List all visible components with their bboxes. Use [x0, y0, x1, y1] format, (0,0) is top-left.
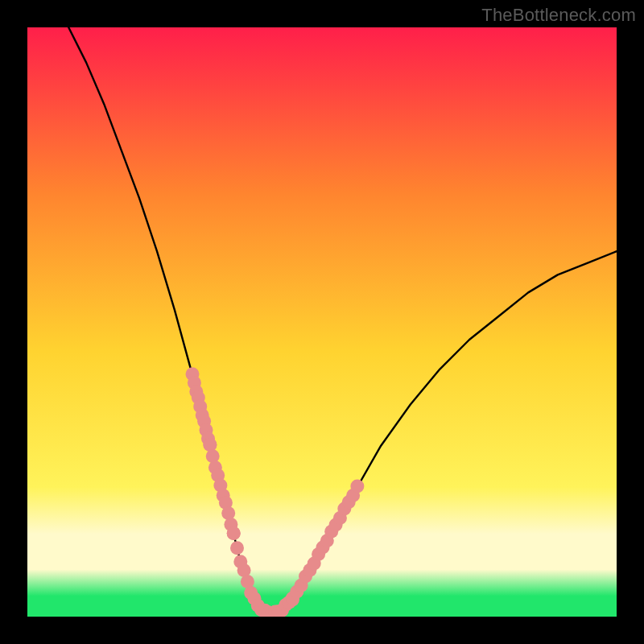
curve-dot — [203, 438, 217, 452]
curve-dot — [350, 479, 364, 493]
plot-area — [27, 27, 617, 617]
curve-dot — [230, 541, 244, 555]
curve-dot — [227, 526, 241, 540]
watermark-text: TheBottleneck.com — [481, 5, 636, 26]
curve-dot — [221, 506, 235, 520]
curve-dot — [206, 449, 220, 463]
chart-frame: TheBottleneck.com — [0, 0, 644, 644]
plot-svg — [27, 27, 617, 617]
gradient-background — [27, 27, 617, 617]
